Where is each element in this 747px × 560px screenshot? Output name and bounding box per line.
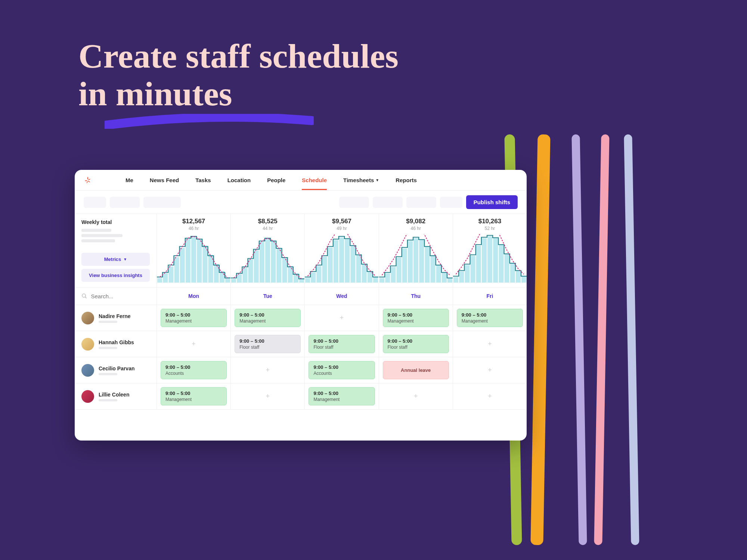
day-header-fri[interactable]: Fri: [453, 287, 527, 305]
empty-shift-cell[interactable]: +: [157, 331, 231, 357]
svg-rect-41: [391, 267, 396, 283]
staff-cell: Nadire Ferne: [75, 305, 157, 331]
avatar: [81, 338, 94, 351]
plus-icon: +: [414, 392, 418, 400]
day-header-mon[interactable]: Mon: [157, 287, 231, 305]
nav-item-tasks[interactable]: Tasks: [195, 170, 211, 190]
leave-badge: Annual leave: [383, 361, 449, 379]
svg-rect-50: [442, 273, 447, 283]
shift-cell[interactable]: 9:00 – 5:00 Management: [157, 305, 231, 331]
svg-rect-19: [265, 239, 270, 283]
svg-rect-56: [476, 246, 481, 283]
nav-item-me[interactable]: Me: [125, 170, 133, 190]
shift-block: 9:00 – 5:00 Management: [457, 309, 523, 327]
svg-rect-54: [465, 265, 469, 283]
toolbar-placeholder[interactable]: [440, 197, 462, 208]
toolbar-placeholder[interactable]: [143, 197, 181, 208]
nav-item-reports[interactable]: Reports: [396, 170, 417, 190]
svg-rect-21: [277, 248, 282, 283]
shift-cell[interactable]: 9:00 – 5:00 Management: [379, 305, 453, 331]
nav-item-schedule[interactable]: Schedule: [302, 170, 327, 190]
shift-cell[interactable]: 9:00 – 5:00 Floor staff: [379, 331, 453, 357]
toolbar-placeholder[interactable]: [406, 197, 436, 208]
shift-time: 9:00 – 5:00: [313, 364, 370, 370]
empty-shift-cell[interactable]: +: [453, 357, 527, 383]
view-insights-button[interactable]: View business insights: [81, 269, 150, 282]
shift-cell[interactable]: 9:00 – 5:00 Management: [157, 383, 231, 409]
empty-shift-cell[interactable]: +: [453, 331, 527, 357]
svg-rect-46: [419, 240, 424, 283]
empty-shift-cell[interactable]: +: [231, 383, 305, 409]
nav-item-timesheets[interactable]: Timesheets▼: [343, 170, 379, 190]
shift-time: 9:00 – 5:00: [239, 338, 296, 344]
search-input[interactable]: [91, 293, 150, 299]
svg-rect-45: [413, 238, 418, 283]
day-hours: 44 hr: [231, 226, 304, 231]
shift-cell[interactable]: 9:00 – 5:00 Management: [305, 383, 379, 409]
svg-rect-60: [499, 245, 503, 283]
day-header-thu[interactable]: Thu: [379, 287, 453, 305]
toolbar: Publish shifts: [75, 191, 527, 214]
decorative-stripes: [508, 134, 695, 545]
shift-role: Management: [388, 318, 444, 324]
shift-time: 9:00 – 5:00: [239, 312, 296, 318]
toolbar-placeholder[interactable]: [84, 197, 106, 208]
svg-rect-64: [521, 276, 526, 283]
svg-rect-32: [340, 237, 344, 283]
day-hours: 46 hr: [157, 226, 230, 231]
empty-shift-cell[interactable]: +: [453, 383, 527, 409]
day-header-wed[interactable]: Wed: [305, 287, 379, 305]
staff-row: Cecilio Parvan 9:00 – 5:00 Accounts + 9:…: [75, 357, 527, 383]
app-window: MeNews FeedTasksLocationPeopleScheduleTi…: [75, 170, 527, 441]
publish-shifts-button[interactable]: Publish shifts: [466, 195, 518, 209]
empty-shift-cell[interactable]: +: [305, 305, 379, 331]
shift-cell[interactable]: 9:00 – 5:00 Management: [231, 305, 305, 331]
toolbar-placeholder[interactable]: [373, 197, 403, 208]
shift-block: 9:00 – 5:00 Floor staff: [309, 335, 375, 353]
svg-rect-36: [362, 264, 367, 283]
skeleton-line: [99, 373, 117, 375]
empty-shift-cell[interactable]: +: [379, 383, 453, 409]
hero-headline: Create staff schedules in minutes: [78, 37, 399, 113]
toolbar-placeholder[interactable]: [110, 197, 140, 208]
plus-icon: +: [488, 340, 492, 348]
avatar: [81, 390, 94, 403]
svg-rect-63: [516, 271, 521, 283]
svg-rect-29: [322, 257, 327, 283]
day-amount: $10,263: [453, 218, 527, 225]
shift-cell[interactable]: 9:00 – 5:00 Floor staff: [305, 331, 379, 357]
weekly-total-title: Weekly total: [81, 219, 150, 225]
metrics-button[interactable]: Metrics ▼: [81, 253, 150, 266]
avatar: [81, 364, 94, 377]
chevron-down-icon: ▼: [123, 257, 127, 261]
shift-block: 9:00 – 5:00 Accounts: [161, 361, 227, 379]
shift-cell[interactable]: 9:00 – 5:00 Accounts: [305, 357, 379, 383]
day-amount: $9,567: [305, 218, 378, 225]
staff-row: Nadire Ferne 9:00 – 5:00 Management 9:00…: [75, 305, 527, 331]
shift-time: 9:00 – 5:00: [388, 312, 444, 318]
nav-item-news-feed[interactable]: News Feed: [150, 170, 179, 190]
svg-point-65: [82, 294, 86, 297]
chevron-down-icon: ▼: [375, 178, 379, 182]
svg-rect-8: [202, 246, 207, 283]
shift-role: Floor staff: [313, 345, 370, 350]
plus-icon: +: [192, 340, 196, 348]
svg-rect-57: [482, 238, 487, 283]
shift-cell[interactable]: 9:00 – 5:00 Accounts: [157, 357, 231, 383]
day-header-tue[interactable]: Tue: [231, 287, 305, 305]
app-logo-icon: [84, 176, 92, 184]
toolbar-placeholder[interactable]: [339, 197, 369, 208]
svg-rect-7: [197, 239, 202, 283]
shift-cell[interactable]: 9:00 – 5:00 Floor staff: [231, 331, 305, 357]
skeleton-line: [81, 234, 123, 237]
day-hours: 49 hr: [305, 226, 378, 231]
nav-item-location[interactable]: Location: [227, 170, 251, 190]
shift-cell[interactable]: 9:00 – 5:00 Management: [453, 305, 527, 331]
svg-rect-51: [447, 278, 452, 283]
svg-rect-39: [379, 278, 384, 283]
day-amount: $12,567: [157, 218, 230, 225]
empty-shift-cell[interactable]: +: [231, 357, 305, 383]
shift-cell[interactable]: Annual leave: [379, 357, 453, 383]
skeleton-line: [81, 239, 115, 242]
nav-item-people[interactable]: People: [267, 170, 285, 190]
